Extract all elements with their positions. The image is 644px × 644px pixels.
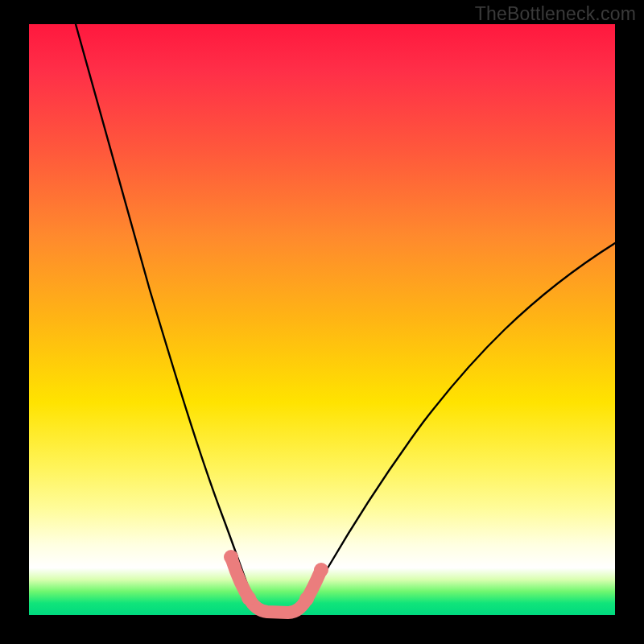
plot-area [29, 24, 615, 615]
highlight-dot-left-lower [242, 591, 256, 605]
curve-layer [29, 24, 615, 615]
highlight-dot-right [299, 592, 314, 606]
highlight-dot-left [224, 550, 238, 564]
chart-frame: TheBottleneck.com [0, 0, 644, 644]
watermark-text: TheBottleneck.com [475, 3, 636, 25]
bottleneck-curve [76, 24, 615, 613]
highlight-dot-right-upper [314, 563, 328, 577]
